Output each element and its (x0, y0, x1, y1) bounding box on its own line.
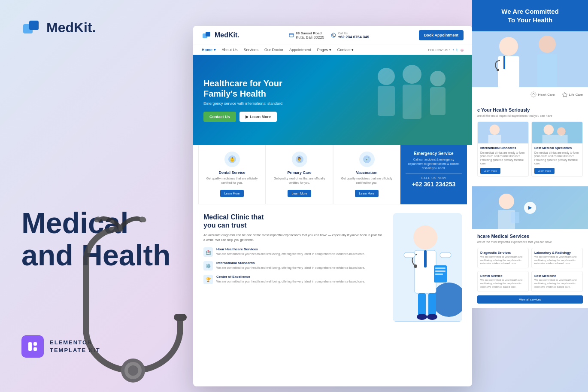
svg-rect-40 (435, 270, 446, 272)
nav-home[interactable]: Home ▾ (202, 48, 216, 52)
svg-point-44 (417, 314, 427, 320)
hero-title: Healthcare for Your Family's Health (203, 78, 284, 99)
svg-point-58 (544, 125, 554, 135)
svg-rect-10 (174, 314, 187, 321)
logo-icon (21, 17, 42, 38)
facebook-icon[interactable]: f (453, 48, 454, 52)
dental-desc: Get quality medicines that are officiall… (204, 176, 260, 185)
feature-item-2: ⚙️ International Standards We are commit… (203, 261, 385, 270)
dental-icon: 👶 (224, 152, 240, 167)
contact-us-button[interactable]: Contact Us (203, 112, 236, 122)
health-section-title: e Your Health Seriously (477, 107, 583, 112)
svg-rect-56 (488, 135, 501, 143)
twitter-icon[interactable]: 𝕥 (456, 48, 458, 52)
feature-title-1: Hour Healthcare Services (216, 247, 365, 251)
svg-point-19 (403, 65, 421, 84)
right-section: We Are Committed To Your Health Heart Ca… (472, 0, 588, 392)
card-learn-btn-1[interactable]: Learn more (480, 168, 500, 174)
svg-rect-13 (289, 33, 294, 37)
right-top-banner: We Are Committed To Your Health (472, 0, 588, 31)
dental-mini-desc: We are committed to your health and well… (480, 279, 526, 289)
feature-title-3: Center of Excellence (216, 275, 365, 279)
feature-desc-3: We are committed to your health and well… (216, 280, 365, 284)
emergency-title: Emergency Service (406, 151, 462, 156)
medicine-desc: We are committed to your health and well… (534, 279, 580, 289)
about-title: Medical Clinic that you can trust (203, 213, 385, 229)
svg-point-6 (139, 216, 147, 223)
svg-rect-2 (28, 342, 32, 351)
svg-text:👶: 👶 (230, 157, 235, 162)
nav-pages[interactable]: Pages ▾ (317, 48, 331, 52)
book-appointment-button[interactable]: Book Appointment (419, 30, 464, 40)
svg-rect-49 (503, 56, 505, 69)
svg-rect-12 (206, 32, 210, 36)
mockup-header: MedKit. 88 Sunset Road Kuta, Bali 80225 … (193, 26, 472, 45)
view-all-services-button[interactable]: View all services (477, 295, 583, 304)
nav-services[interactable]: Services (244, 48, 259, 52)
dental-title: Dental Service (204, 170, 260, 175)
hero-subtitle: Emergency service with international sta… (203, 101, 284, 106)
svg-rect-36 (404, 252, 415, 258)
svg-point-45 (427, 314, 437, 320)
instagram-icon[interactable]: ◎ (461, 48, 464, 52)
svg-point-55 (490, 125, 500, 135)
stethoscope-decoration (34, 207, 215, 392)
healthcare-icon: 🏥 (203, 247, 213, 257)
primary-care-learn-btn[interactable]: Learn More (288, 190, 312, 197)
svg-rect-48 (498, 56, 519, 87)
hero-doctors-illustration (343, 59, 464, 145)
mockup-logo: MedKit. (202, 30, 239, 40)
lab-title: Laboratory & Radiology (534, 251, 580, 255)
mockup-nav: Home ▾ About Us Services Our Doctor Appo… (193, 45, 472, 55)
vaccination-learn-btn[interactable]: Learn More (355, 190, 379, 197)
center-mockup: MedKit. 88 Sunset Road Kuta, Bali 80225 … (193, 26, 472, 386)
card-desc-1: Do medical clinics are ready to form you… (480, 151, 526, 166)
right-video-section: ▶ (472, 186, 588, 229)
about-section: Medical Clinic that you can trust An acc… (193, 204, 472, 331)
logo-area: MedKit. (21, 17, 96, 38)
feature-item-3: 🏆 Center of Excellence We are committed … (203, 275, 385, 284)
play-button[interactable]: ▶ (524, 202, 536, 214)
primary-care-card: 👨‍⚕️ Primary Care Get quality medicines … (266, 144, 333, 204)
svg-point-5 (93, 216, 102, 223)
nav-contact[interactable]: Contact ▾ (337, 48, 354, 52)
learn-more-button[interactable]: ▶ Learn More (239, 112, 277, 122)
feature-item-1: 🏥 Hour Healthcare Services We are commit… (203, 247, 385, 257)
dental-service-card: 👶 Dental Service Get quality medicines t… (198, 144, 266, 204)
card-title-2: Best Medical Specialties (534, 146, 580, 150)
svg-point-9 (128, 365, 138, 376)
services-grid: Diagnostic Services We are committed to … (477, 248, 583, 292)
best-specialties-card: Best Medical Specialties Do medical clin… (531, 122, 583, 177)
committed-text: We Are Committed To Your Health (501, 7, 558, 24)
svg-rect-20 (403, 85, 421, 119)
feature-desc-2: We are committed to your health and well… (216, 266, 365, 270)
feature-list: 🏥 Hour Healthcare Services We are commit… (203, 247, 385, 284)
hero-buttons: Contact Us ▶ Learn More (203, 112, 284, 122)
header-info: 88 Sunset Road Kuta, Bali 80225 📞 Call U… (289, 31, 369, 40)
play-icon: ▶ (246, 115, 249, 119)
svg-rect-42 (418, 293, 426, 317)
dental-learn-btn[interactable]: Learn More (220, 190, 244, 197)
svg-point-62 (499, 194, 514, 209)
card-desc-2: Do medical clinics are ready to form you… (534, 151, 580, 166)
right-doctor-photo (472, 31, 588, 87)
emergency-desc: Call our accident & emergency department… (406, 158, 462, 170)
svg-point-21 (430, 71, 446, 86)
about-content: Medical Clinic that you can trust An acc… (203, 213, 385, 322)
feature-desc-1: We are committed to your health and well… (216, 252, 365, 256)
card-learn-btn-2[interactable]: Learn more (534, 168, 555, 174)
svg-point-52 (497, 69, 499, 71)
social-links: FOLLOW US : f 𝕥 ◎ (428, 48, 464, 52)
svg-text:📞: 📞 (332, 34, 336, 37)
mockup-hero: Healthcare for Your Family's Health Emer… (193, 55, 472, 145)
standards-icon: ⚙️ (203, 261, 213, 270)
address-block: 88 Sunset Road Kuta, Bali 80225 (289, 31, 324, 40)
nav-about[interactable]: About Us (222, 48, 238, 52)
medicine-title: Best Medicine (534, 274, 580, 278)
right-health-section: e Your Health Seriously are all the most… (472, 102, 588, 186)
lab-desc: We are committed to your health and well… (534, 255, 580, 265)
svg-rect-64 (511, 212, 519, 223)
nav-doctor[interactable]: Our Doctor (264, 48, 283, 52)
nav-appointment[interactable]: Appointment (289, 48, 311, 52)
svg-rect-22 (430, 87, 446, 115)
